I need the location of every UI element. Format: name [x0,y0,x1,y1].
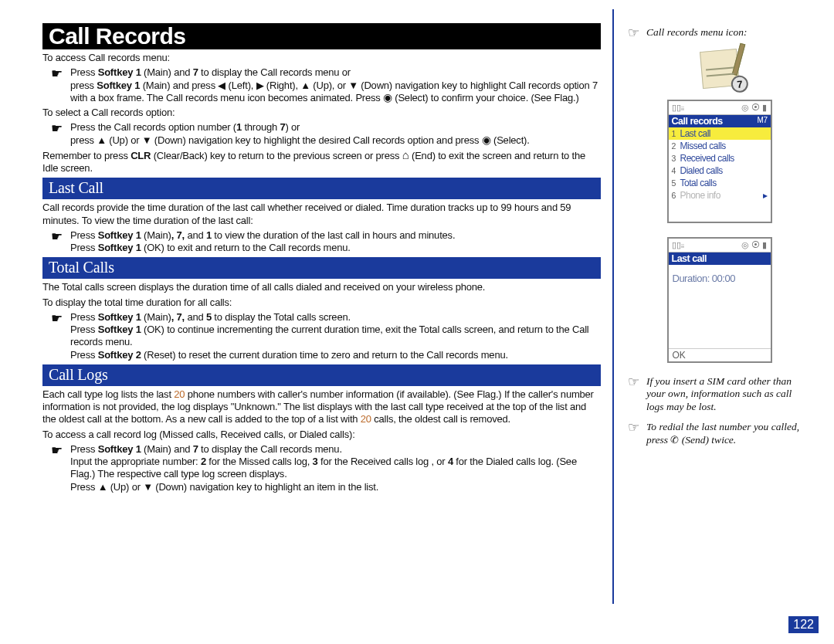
t: Softkey 1 [98,443,141,455]
t: Softkey 1 [98,229,141,241]
screen-title-bar: Call records M7 [669,115,771,127]
t: press [70,80,97,91]
up-arrow-icon [98,482,108,492]
annotation: ☞ If you insert a SIM card other than yo… [628,375,811,413]
pointer-icon: ☛ [42,443,70,493]
select-icon [482,134,491,145]
n: 5 [672,178,680,188]
menu-item-total: 5Total calls [669,177,771,189]
t: (OK) to continue incrementing the curren… [70,324,589,347]
t: 1 [236,121,242,133]
end-icon [402,149,409,161]
t: 1 [206,229,212,241]
t: Press [70,481,98,493]
annotation: ☞ To redial the last number you called, … [628,421,811,446]
t: Press [70,349,98,361]
phone-screen-last-call: ▯▯ᵢᵢ ◎ ⦿ ▮ Last call Duration: 00:00 OK [667,237,772,363]
t: 4 [448,456,453,467]
t: (Clear/Back) key to return to the previo… [151,150,402,161]
menu-item-missed: 2Missed calls [669,140,771,152]
pointer-icon: ☛ [42,121,70,147]
annotation-text: To redial the last number you called, pr… [646,421,811,446]
menu-item-received: 3Received calls [669,152,771,164]
annotation-icon: ☞ [628,375,646,390]
page-number: 122 [788,616,819,633]
t: (Select). [491,134,530,146]
t: 2 [201,456,206,467]
duration-value: Duration: 00:00 [669,265,771,348]
l: Received calls [680,153,734,164]
t: CLR [131,150,151,161]
menu-item-dialed: 4Dialed calls [669,164,771,177]
screen-title: Call records [672,116,723,127]
t: Press [70,66,98,78]
t: 7 [280,121,286,133]
t: (OK) to exit and return to the Call reco… [141,242,351,253]
t: Softkey 1 [98,324,141,335]
t: (Main) and press [140,80,218,91]
t: and [185,311,206,323]
t: (Main) and [141,443,193,455]
call-logs-intro: To access a call record log (Missed call… [42,429,601,441]
right-arrow-icon [256,80,264,90]
n: 4 [672,166,680,175]
pointer-icon: ☛ [42,66,70,104]
section-last-call: Last Call [42,178,601,199]
t: 20 [174,388,185,400]
bullet-last-call: ☛ Press Softkey 1 (Main), 7, and 1 to vi… [42,229,601,255]
t: (Up) or [107,481,143,493]
t: Softkey 1 [98,66,141,78]
t: (Down) navigation key to highlight an it… [153,481,378,493]
n: 6 [672,191,680,200]
menu-icon-illustration: 7 [701,50,738,87]
select-line: To select a Call records option: [42,107,601,119]
t: (Main) [141,229,171,241]
t: calls, the oldest call is removed. [371,413,510,425]
total-calls-intro: To display the total time duration for a… [42,297,601,309]
annotation-text: If you insert a SIM card other than your… [646,375,811,413]
pointer-icon: ☛ [42,311,70,361]
t: 5 [206,311,212,323]
t: to display the Total calls screen. [212,311,351,323]
up-arrow-icon [97,135,107,145]
n: 1 [672,129,680,138]
bullet-select: ☛ Press the Call records option number (… [42,121,601,147]
t: (Down) navigation key to highlight the d… [151,134,481,146]
t: Press [70,443,98,455]
t: (Main) [141,311,171,323]
n: 3 [672,154,680,163]
status-bar: ▯▯ᵢᵢ ◎ ⦿ ▮ [669,239,771,253]
down-arrow-icon [143,482,153,492]
status-right: ◎ ⦿ ▮ [741,103,767,113]
t: (Send) twice. [679,434,736,446]
t: , 7, [171,311,185,323]
t: to display the Call records menu. [198,443,342,455]
screen-title-bar: Last call [669,253,771,265]
annotation-icon: ☞ [628,26,646,41]
illustrations: 7 ▯▯ᵢᵢ ◎ ⦿ ▮ Call records M7 1Last call … [628,49,811,372]
t: Press the Call records option number ( [70,121,236,133]
l: Phone info [680,190,720,201]
phone-screen-call-records: ▯▯ᵢᵢ ◎ ⦿ ▮ Call records M7 1Last call 2M… [667,100,772,223]
l: Last call [680,128,711,139]
t: 7 [193,66,198,78]
t: to view the duration of the last call in… [212,229,455,241]
t: (Reset) to reset the current duration ti… [141,349,508,361]
last-call-desc: Call records provide the time duration o… [42,202,601,227]
t: for the Received calls log , or [318,456,448,467]
screen-title-code: M7 [758,116,768,127]
t: Softkey 1 [98,311,141,323]
t: (Up), or [310,80,348,91]
t: (Up) or [107,134,142,146]
section-call-logs: Call Logs [42,364,601,386]
pointer-icon: ☛ [42,229,70,255]
t: through [242,121,280,133]
status-right: ◎ ⦿ ▮ [741,240,767,250]
page-title: Call Records [42,23,601,49]
select-icon [383,92,392,103]
t: Press [70,242,98,253]
l: Total calls [680,178,717,188]
t: Input the appropriate number: [70,456,201,467]
screen-title: Last call [672,253,707,264]
t: press [70,134,97,146]
